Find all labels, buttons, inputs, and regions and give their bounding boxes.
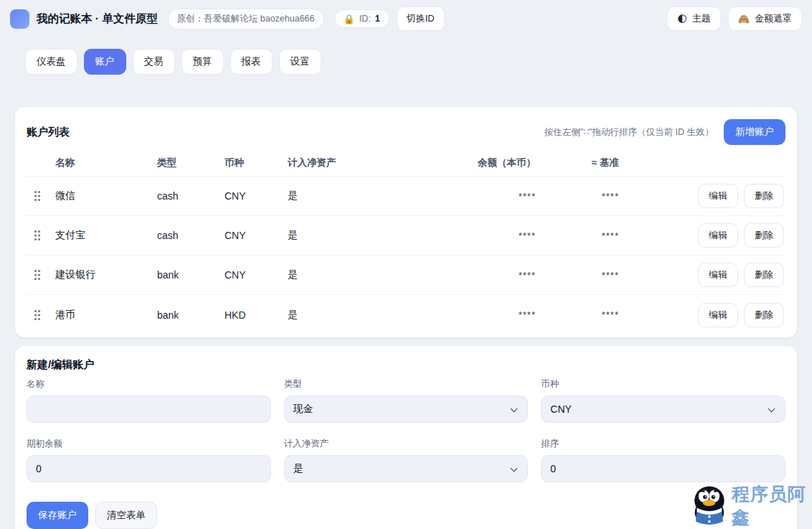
net-asset-select-value: 是 — [293, 462, 303, 475]
tab-transactions[interactable]: 交易 — [133, 49, 175, 75]
type-select[interactable]: 现金 — [284, 395, 529, 423]
field-net-asset: 计入净资产 是 — [284, 438, 529, 482]
cell-account-type: bank — [157, 309, 225, 321]
edit-account-button[interactable]: 编辑 — [698, 223, 738, 248]
cell-balance-masked: **** — [428, 191, 536, 202]
account-table: 名称 类型 币种 计入净资产 余额（本币） ≈ 基准 微信 cash CNY 是… — [15, 149, 797, 337]
drag-handle-icon[interactable] — [27, 190, 55, 202]
field-type: 类型 现金 — [284, 378, 529, 423]
edit-account-button[interactable]: 编辑 — [698, 184, 738, 208]
cell-account-currency: CNY — [225, 230, 288, 241]
cell-balance-masked: **** — [428, 270, 536, 281]
account-list-card: 账户列表 按住左侧"∷"拖动行排序（仅当前 ID 生效） 新增账户 名称 类型 … — [14, 106, 798, 338]
table-header-row: 名称 类型 币种 计入净资产 余额（本币） ≈ 基准 — [27, 149, 785, 177]
amount-mask-button[interactable]: 🙈 金额遮罩 — [728, 6, 802, 31]
tab-budget[interactable]: 预算 — [181, 49, 224, 75]
origin-badge-label: 原创：吾爱破解论坛 baozehua666 — [177, 13, 315, 25]
monkey-mask-icon: 🙈 — [738, 14, 750, 24]
origin-badge: 原创：吾爱破解论坛 baozehua666 — [168, 9, 324, 29]
currency-select-value: CNY — [550, 403, 572, 415]
watermark-text: 程序员阿鑫 — [732, 482, 812, 529]
table-row: 建设银行 bank CNY 是 **** **** 编辑 删除 — [27, 256, 785, 295]
cell-account-name: 建设银行 — [55, 268, 157, 281]
cell-account-name: 微信 — [55, 189, 157, 202]
drag-handle-icon[interactable] — [27, 309, 55, 321]
type-field-label: 类型 — [284, 378, 529, 390]
save-account-button[interactable]: 保存账户 — [27, 502, 88, 529]
drag-sort-hint: 按住左侧"∷"拖动行排序（仅当前 ID 生效） — [544, 126, 714, 139]
cell-account-type: bank — [157, 269, 225, 281]
nav-tabs: 仪表盘 账户 交易 预算 报表 设置 — [0, 31, 812, 75]
tab-reports[interactable]: 报表 — [230, 49, 273, 75]
tab-accounts[interactable]: 账户 — [84, 49, 126, 75]
id-value: 1 — [375, 14, 380, 24]
edit-account-button[interactable]: 编辑 — [698, 263, 738, 287]
cell-account-name: 港币 — [55, 309, 157, 322]
cell-balance-masked: **** — [428, 309, 536, 320]
drag-handle-icon[interactable] — [27, 230, 55, 241]
app-logo — [10, 9, 29, 29]
theme-moon-icon: 🌓 — [677, 14, 687, 24]
cell-account-type: cash — [157, 230, 225, 241]
field-name: 名称 — [27, 378, 271, 423]
clear-form-button[interactable]: 清空表单 — [95, 502, 157, 529]
cell-base-masked: **** — [536, 309, 619, 320]
table-row: 支付宝 cash CNY 是 **** **** 编辑 删除 — [27, 216, 785, 256]
field-opening-balance: 期初余额 — [27, 438, 271, 482]
cell-base-masked: **** — [536, 191, 619, 202]
col-header-balance: 余额（本币） — [428, 156, 536, 169]
cell-net-asset: 是 — [288, 229, 428, 242]
watermark: 程序员阿鑫 — [691, 482, 812, 529]
cell-net-asset: 是 — [288, 309, 428, 322]
cell-base-masked: **** — [536, 270, 619, 281]
qq-penguin-icon — [691, 482, 728, 529]
sort-field-label: 排序 — [541, 438, 785, 450]
table-row: 港币 bank HKD 是 **** **** 编辑 删除 — [27, 295, 785, 334]
name-input[interactable] — [27, 395, 271, 423]
type-select-value: 现金 — [293, 403, 313, 416]
currency-select[interactable]: CNY — [541, 395, 785, 423]
chevron-down-icon — [511, 406, 518, 413]
net-asset-select[interactable]: 是 — [284, 455, 529, 482]
cell-net-asset: 是 — [288, 268, 428, 281]
delete-account-button[interactable]: 删除 — [744, 303, 784, 327]
id-badge: 🔒 ID: 1 — [334, 9, 390, 28]
tab-dashboard[interactable]: 仪表盘 — [25, 49, 77, 75]
col-header-name: 名称 — [55, 156, 157, 169]
field-currency: 币种 CNY — [541, 378, 785, 423]
switch-id-button[interactable]: 切换ID — [397, 6, 445, 31]
field-sort: 排序 — [541, 438, 785, 482]
cell-account-currency: CNY — [225, 190, 288, 202]
cell-account-currency: HKD — [225, 309, 288, 321]
delete-account-button[interactable]: 删除 — [744, 184, 784, 208]
col-header-net-asset: 计入净资产 — [288, 156, 428, 169]
add-account-button[interactable]: 新增账户 — [724, 119, 785, 145]
opening-balance-input[interactable] — [27, 455, 271, 482]
col-header-currency: 币种 — [225, 156, 288, 169]
cell-account-currency: CNY — [225, 269, 288, 281]
id-label: ID: — [359, 14, 371, 24]
tab-settings[interactable]: 设置 — [279, 49, 321, 75]
cell-net-asset: 是 — [288, 189, 428, 202]
app-title: 我的记账本 · 单文件原型 — [37, 11, 158, 27]
edit-account-button[interactable]: 编辑 — [698, 303, 738, 327]
delete-account-button[interactable]: 删除 — [744, 263, 784, 287]
top-bar: 我的记账本 · 单文件原型 原创：吾爱破解论坛 baozehua666 🔒 ID… — [0, 0, 812, 31]
sort-input[interactable] — [541, 455, 785, 482]
table-row: 微信 cash CNY 是 **** **** 编辑 删除 — [27, 177, 785, 216]
currency-field-label: 币种 — [541, 378, 785, 390]
cell-balance-masked: **** — [428, 230, 536, 241]
opening-balance-field-label: 期初余额 — [27, 438, 271, 450]
col-header-base: ≈ 基准 — [536, 156, 619, 169]
col-header-type: 类型 — [157, 156, 225, 169]
theme-button[interactable]: 🌓 主题 — [667, 6, 721, 31]
lock-icon: 🔒 — [344, 14, 355, 24]
cell-account-name: 支付宝 — [55, 229, 157, 242]
cell-account-type: cash — [157, 190, 225, 202]
net-asset-field-label: 计入净资产 — [284, 438, 529, 450]
delete-account-button[interactable]: 删除 — [744, 223, 784, 248]
account-form-title: 新建/编辑账户 — [27, 358, 94, 372]
drag-handle-icon[interactable] — [27, 269, 55, 281]
account-form-card: 新建/编辑账户 名称 类型 现金 币种 CNY — [14, 345, 798, 529]
account-list-title: 账户列表 — [27, 126, 70, 139]
